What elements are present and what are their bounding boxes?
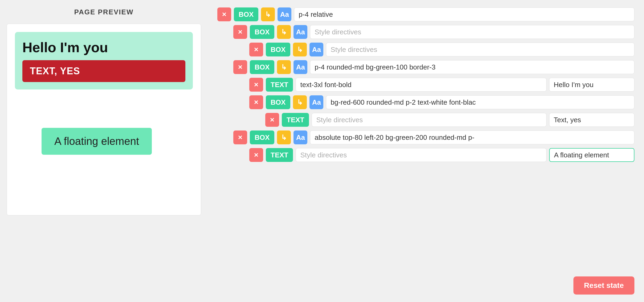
aa-button-3[interactable]: Aa: [309, 43, 323, 56]
arrow-button-8[interactable]: ↳: [277, 130, 291, 144]
arrow-button-6[interactable]: ↳: [293, 95, 307, 109]
green-box: Hello I'm you TEXT, YES: [15, 32, 193, 89]
type-box-button-1[interactable]: BOX: [234, 7, 258, 21]
right-panel: × BOX ↳ Aa × BOX ↳ Aa × BOX ↳ Aa × BOX ↳…: [208, 0, 644, 302]
row-2: × BOX ↳ Aa: [233, 25, 634, 39]
type-box-button-2[interactable]: BOX: [250, 25, 274, 39]
style-input-1[interactable]: [294, 7, 634, 21]
text-input-5[interactable]: [549, 78, 634, 92]
delete-button-7[interactable]: ×: [265, 113, 279, 127]
type-text-button-5[interactable]: TEXT: [266, 78, 293, 92]
style-input-3[interactable]: [326, 43, 634, 56]
reset-state-button[interactable]: Reset state: [573, 276, 634, 295]
type-text-button-7[interactable]: TEXT: [282, 113, 309, 127]
row-3: × BOX ↳ Aa: [249, 43, 634, 56]
delete-button-5[interactable]: ×: [249, 78, 263, 92]
red-box-text: TEXT, YES: [30, 66, 80, 76]
arrow-button-4[interactable]: ↳: [277, 60, 291, 74]
style-input-5[interactable]: [296, 78, 547, 92]
delete-button-4[interactable]: ×: [233, 60, 247, 74]
style-input-6[interactable]: [326, 95, 634, 109]
delete-button-1[interactable]: ×: [217, 7, 231, 21]
delete-button-8[interactable]: ×: [233, 130, 247, 144]
style-input-4[interactable]: [310, 60, 634, 74]
type-box-button-6[interactable]: BOX: [266, 95, 290, 109]
left-panel: PAGE PREVIEW Hello I'm you TEXT, YES A f…: [0, 0, 208, 302]
row-5: × TEXT: [249, 78, 634, 92]
row-7: × TEXT: [265, 113, 634, 127]
row-1: × BOX ↳ Aa: [217, 7, 634, 21]
text-input-9[interactable]: [549, 148, 634, 162]
row-9: × TEXT: [249, 148, 634, 162]
delete-button-3[interactable]: ×: [249, 43, 263, 56]
aa-button-6[interactable]: Aa: [309, 95, 323, 109]
delete-button-2[interactable]: ×: [233, 25, 247, 39]
type-box-button-4[interactable]: BOX: [250, 60, 274, 74]
aa-button-8[interactable]: Aa: [294, 130, 307, 144]
style-input-2[interactable]: [310, 25, 634, 39]
aa-button-2[interactable]: Aa: [294, 25, 307, 39]
page-preview-title: PAGE PREVIEW: [74, 8, 134, 16]
red-box: TEXT, YES: [22, 60, 185, 82]
style-input-7[interactable]: [312, 113, 547, 127]
text-input-7[interactable]: [549, 113, 634, 127]
hello-text: Hello I'm you: [22, 39, 185, 55]
style-input-9[interactable]: [296, 148, 547, 162]
preview-box: Hello I'm you TEXT, YES A floating eleme…: [7, 24, 201, 215]
aa-button-1[interactable]: Aa: [278, 7, 291, 21]
arrow-button-2[interactable]: ↳: [277, 25, 291, 39]
row-4: × BOX ↳ Aa: [233, 60, 634, 74]
delete-button-6[interactable]: ×: [249, 95, 263, 109]
arrow-button-1[interactable]: ↳: [261, 7, 275, 21]
floating-element: A floating element: [42, 128, 152, 155]
type-box-button-3[interactable]: BOX: [266, 43, 290, 56]
type-box-button-8[interactable]: BOX: [250, 130, 274, 144]
arrow-button-3[interactable]: ↳: [293, 43, 307, 56]
style-input-8[interactable]: [310, 130, 634, 144]
type-text-button-9[interactable]: TEXT: [266, 148, 293, 162]
delete-button-9[interactable]: ×: [249, 148, 263, 162]
row-8: × BOX ↳ Aa: [233, 130, 634, 144]
row-6: × BOX ↳ Aa: [249, 95, 634, 109]
aa-button-4[interactable]: Aa: [294, 60, 307, 74]
